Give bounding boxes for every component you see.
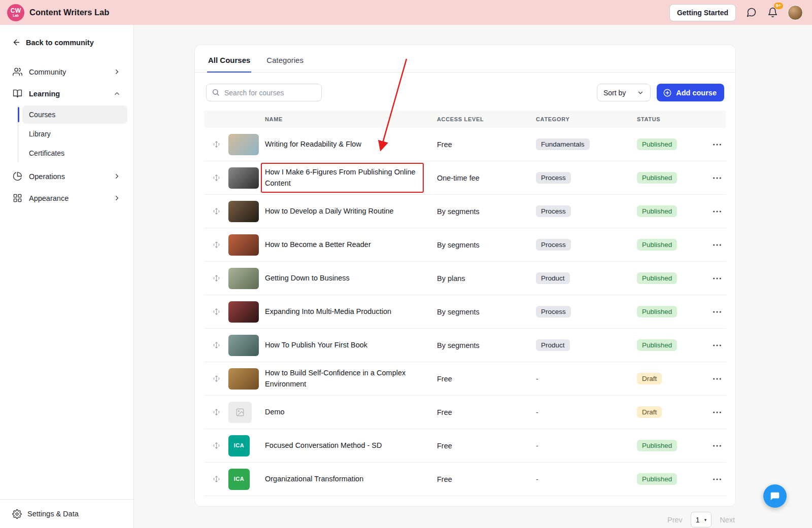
access-level-value: Free [437,140,452,149]
drag-handle[interactable] [204,207,228,215]
row-actions-icon [713,277,722,280]
toolbar: Sort by Add course [195,73,735,110]
user-avatar[interactable] [788,5,803,20]
course-name-cell[interactable]: Organizational Transformation [265,463,437,496]
logo-subtext: Lab [13,14,19,18]
sidebar-item-library[interactable]: Library [22,125,127,143]
category-badge: - [536,375,538,383]
row-actions-icon [713,177,722,180]
drag-handle[interactable] [204,408,228,416]
access-level-value: By segments [437,241,480,249]
row-actions-button[interactable] [709,240,725,250]
access-level-cell: Free [437,140,536,149]
status-cell: Draft [637,373,708,384]
course-name: Focused Conversation Method - SD [265,440,382,451]
access-level-value: Free [437,475,452,483]
sidebar-item-certificates[interactable]: Certificates [22,144,127,162]
course-name-cell[interactable]: Demo [265,396,437,429]
course-name-cell[interactable]: How to Become a Better Reader [265,228,437,261]
category-cell: - [536,408,637,417]
course-name-cell[interactable]: Writing for Readability & Flow [265,128,437,161]
drag-handle[interactable] [204,442,228,449]
notifications-button[interactable]: 9+ [766,7,779,19]
row-actions-button[interactable] [709,274,725,283]
sidebar-item-appearance[interactable]: Appearance [6,187,127,209]
course-thumbnail [228,234,259,256]
drag-handle[interactable] [204,375,228,382]
table-row: How to Develop a Daily Writing Routine B… [204,195,726,228]
course-name-cell[interactable]: Expanding Into Multi-Media Production [265,295,437,328]
drag-handle-icon [213,408,220,416]
getting-started-button[interactable]: Getting Started [669,4,736,21]
sidebar-item-community[interactable]: Community [6,61,127,83]
drag-handle-icon [213,241,220,249]
course-name-cell[interactable]: How To Publish Your First Book [265,329,437,362]
access-level-value: By segments [437,308,480,316]
topbar-actions: Getting Started 9+ [669,4,803,21]
drag-handle[interactable] [204,341,228,349]
access-level-cell: By segments [437,308,536,316]
access-level-cell: Free [437,442,536,450]
access-level-cell: By segments [437,341,536,349]
page-select[interactable]: 1 ▾ [691,512,712,527]
sidebar-item-operations[interactable]: Operations [6,165,127,187]
tab-all-courses[interactable]: All Courses [207,56,251,72]
next-page-button[interactable]: Next [720,516,735,524]
row-actions-button[interactable] [709,441,725,450]
sidebar: Back to community Community Learning [0,25,134,528]
table-header: Name Access level Category Status [204,111,726,128]
row-actions-button[interactable] [709,173,725,183]
sort-by-select[interactable]: Sort by [597,84,651,101]
access-level-cell: By segments [437,207,536,216]
course-name-cell[interactable]: How to Develop a Daily Writing Routine [265,195,437,228]
row-actions-button[interactable] [709,307,725,316]
drag-handle[interactable] [204,140,228,148]
tab-categories[interactable]: Categories [265,56,304,72]
status-badge: Published [637,339,677,351]
back-to-community-link[interactable]: Back to community [0,38,133,47]
add-course-button[interactable]: Add course [657,84,724,101]
messages-button[interactable] [745,7,757,19]
drag-handle[interactable] [204,475,228,483]
row-actions-button[interactable] [709,341,725,350]
course-name-cell[interactable]: Focused Conversation Method - SD [265,429,437,462]
category-badge: Product [536,272,570,284]
settings-label: Settings & Data [27,510,79,518]
drag-handle[interactable] [204,308,228,315]
course-name: Expanding Into Multi-Media Production [265,306,391,318]
access-level-value: Free [437,442,452,450]
status-badge: Draft [637,406,662,418]
add-course-label: Add course [676,89,717,97]
row-actions-button[interactable] [709,408,725,417]
course-name: Demo [265,407,285,418]
drag-handle[interactable] [204,174,228,182]
status-cell: Draft [637,406,708,418]
status-badge: Published [637,239,677,251]
add-icon [663,88,672,97]
drag-handle[interactable] [204,274,228,282]
app-logo[interactable]: CW Lab [7,4,24,21]
search-wrap [206,84,322,101]
drag-handle[interactable] [204,241,228,249]
row-actions-button[interactable] [709,207,725,216]
status-cell: Published [637,339,708,351]
courses-table: Name Access level Category Status Writin… [204,111,726,496]
course-name-cell[interactable]: How to Build Self-Confidence in a Comple… [265,362,437,395]
row-actions-button[interactable] [709,475,725,484]
access-level-value: By segments [437,341,480,349]
course-name: Writing for Readability & Flow [265,139,361,150]
back-label: Back to community [26,39,94,47]
chat-fab-button[interactable] [763,484,787,508]
settings-and-data-link[interactable]: Settings & Data [0,499,133,528]
search-input[interactable] [206,84,322,101]
row-actions-button[interactable] [709,140,725,149]
prev-page-button[interactable]: Prev [667,516,683,524]
course-name-cell[interactable]: How I Make 6-Figures From Publishing Onl… [265,161,437,194]
notification-badge: 9+ [774,3,783,9]
course-name-cell[interactable]: Getting Down to Business [265,262,437,295]
category-badge: Process [536,205,571,217]
row-actions-button[interactable] [709,374,725,383]
sidebar-item-learning[interactable]: Learning [6,83,127,104]
table-row: How to Become a Better Reader By segment… [204,228,726,262]
sidebar-item-courses[interactable]: Courses [22,105,127,124]
